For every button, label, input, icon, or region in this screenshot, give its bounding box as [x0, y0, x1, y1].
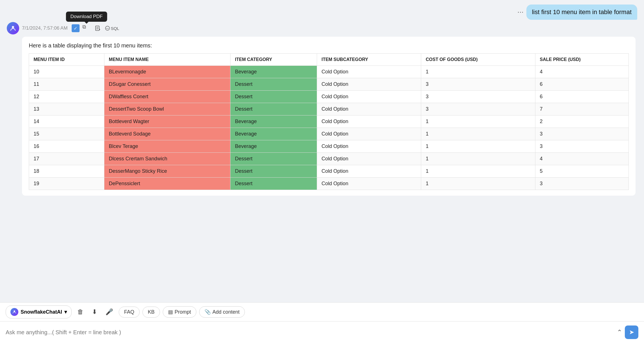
- cell-category: Dessert: [230, 165, 317, 178]
- table-row: 19DePenssiclertDessertCold Option13: [29, 178, 629, 190]
- chevron-down-icon: ▾: [64, 309, 67, 315]
- cell-category: Beverage: [230, 140, 317, 153]
- cell-subcategory: Cold Option: [317, 115, 421, 128]
- bot-actions: ✓ Download PDF ⧉ SQL SQL: [72, 24, 119, 32]
- cell-subcategory: Cold Option: [317, 78, 421, 91]
- cell-category: Beverage: [230, 128, 317, 140]
- cell-name: DWaffless Conert: [104, 91, 230, 103]
- bot-content: Here is a table displaying the first 10 …: [22, 37, 636, 196]
- bottom-toolbar: SnowflakeChatAI ▾ 🗑 ⬇ 🎤 FAQ KB ▤ Prompt …: [0, 302, 644, 321]
- col-header-name: MENU ITEM NAME: [104, 54, 230, 66]
- cell-price: 3: [535, 178, 628, 190]
- cell-subcategory: Cold Option: [317, 165, 421, 178]
- cell-price: 5: [535, 165, 628, 178]
- user-message-text: list first 10 menu item in table format: [532, 8, 632, 16]
- cell-cost: 3: [421, 91, 535, 103]
- svg-text:SQL: SQL: [106, 28, 109, 29]
- bot-header: 7/1/2024, 7:57:06 AM ✓ Download PDF ⧉ SQ…: [7, 22, 637, 34]
- cell-name: BLevermonagde: [104, 66, 230, 78]
- prompt-icon: ▤: [168, 309, 173, 315]
- chat-container: ⋯ list first 10 menu item in table forma…: [0, 0, 644, 302]
- download-tooltip-label: Download PDF: [66, 12, 107, 22]
- table-row: 10BLevermonagdeBeverageCold Option14: [29, 66, 629, 78]
- check-icon[interactable]: ✓: [72, 24, 80, 32]
- bot-message-row: 7/1/2024, 7:57:06 AM ✓ Download PDF ⧉ SQ…: [0, 22, 644, 198]
- sql-button[interactable]: SQL SQL: [105, 26, 119, 31]
- col-header-subcategory: ITEM SUBCATEGORY: [317, 54, 421, 66]
- table-row: 18DesserMango Sticky RiceDessertCold Opt…: [29, 165, 629, 178]
- cell-id: 10: [29, 66, 104, 78]
- cell-price: 6: [535, 78, 628, 91]
- cell-cost: 1: [421, 140, 535, 153]
- svg-point-4: [14, 311, 15, 312]
- paperclip-icon: 📎: [205, 309, 211, 315]
- kb-label: KB: [148, 309, 155, 315]
- cell-cost: 1: [421, 153, 535, 165]
- cell-name: DessertTwo Scoop Bowl: [104, 103, 230, 115]
- cell-subcategory: Cold Option: [317, 140, 421, 153]
- cell-price: 6: [535, 91, 628, 103]
- cell-price: 4: [535, 66, 628, 78]
- cell-cost: 3: [421, 78, 535, 91]
- table-header-row: MENU ITEM ID MENU ITEM NAME ITEM CATEGOR…: [29, 54, 629, 66]
- col-header-cost: COST OF GOODS (USD): [421, 54, 535, 66]
- cell-id: 16: [29, 140, 104, 153]
- table-row: 15Bottleverd SodageBeverageCold Option13: [29, 128, 629, 140]
- cell-subcategory: Cold Option: [317, 91, 421, 103]
- brand-avatar-icon: [10, 308, 18, 316]
- cell-id: 13: [29, 103, 104, 115]
- chat-input[interactable]: [6, 329, 614, 336]
- table-intro: Here is a table displaying the first 10 …: [29, 42, 629, 49]
- cell-category: Dessert: [230, 78, 317, 91]
- cell-name: Bottleverd Wagter: [104, 115, 230, 128]
- faq-label: FAQ: [124, 309, 134, 315]
- cell-price: 3: [535, 128, 628, 140]
- menu-items-table: MENU ITEM ID MENU ITEM NAME ITEM CATEGOR…: [29, 53, 629, 190]
- cell-cost: 1: [421, 165, 535, 178]
- delete-button[interactable]: 🗑: [74, 307, 86, 317]
- cell-price: 3: [535, 140, 628, 153]
- table-row: 16Blcev TerageBeverageCold Option13: [29, 140, 629, 153]
- cell-name: DSugar Conessert: [104, 78, 230, 91]
- cell-id: 15: [29, 128, 104, 140]
- cell-id: 17: [29, 153, 104, 165]
- table-row: 17Dlcess Crertam SandwichDessertCold Opt…: [29, 153, 629, 165]
- faq-button[interactable]: FAQ: [119, 307, 140, 318]
- cell-category: Dessert: [230, 153, 317, 165]
- download-button[interactable]: ⬇: [89, 307, 100, 317]
- add-content-label: Add content: [212, 309, 239, 315]
- add-content-button[interactable]: 📎 Add content: [199, 306, 245, 318]
- cell-name: Blcev Terage: [104, 140, 230, 153]
- bot-avatar: [7, 22, 19, 34]
- microphone-button[interactable]: 🎤: [103, 307, 116, 317]
- cell-price: 4: [535, 153, 628, 165]
- cell-cost: 1: [421, 66, 535, 78]
- prompt-button[interactable]: ▤ Prompt: [163, 306, 196, 318]
- collapse-button[interactable]: ⌃: [617, 329, 622, 336]
- kb-button[interactable]: KB: [142, 307, 160, 318]
- cell-category: Dessert: [230, 103, 317, 115]
- sql-label: SQL: [111, 26, 119, 31]
- more-options-button[interactable]: ⋯: [517, 8, 524, 16]
- cell-cost: 3: [421, 103, 535, 115]
- cell-name: DesserMango Sticky Rice: [104, 165, 230, 178]
- cell-subcategory: Cold Option: [317, 178, 421, 190]
- cell-category: Dessert: [230, 178, 317, 190]
- pdf-download-icon[interactable]: [94, 24, 102, 32]
- cell-subcategory: Cold Option: [317, 103, 421, 115]
- user-bubble: list first 10 menu item in table format: [526, 5, 637, 20]
- cell-category: Beverage: [230, 115, 317, 128]
- brand-button[interactable]: SnowflakeChatAI ▾: [6, 305, 72, 318]
- cell-id: 12: [29, 91, 104, 103]
- cell-subcategory: Cold Option: [317, 66, 421, 78]
- cell-id: 11: [29, 78, 104, 91]
- cell-name: Dlcess Crertam Sandwich: [104, 153, 230, 165]
- cell-name: DePenssiclert: [104, 178, 230, 190]
- download-pdf-button[interactable]: Download PDF ⧉: [82, 24, 91, 32]
- cell-cost: 1: [421, 115, 535, 128]
- send-button[interactable]: ➤: [625, 325, 638, 339]
- cell-id: 18: [29, 165, 104, 178]
- send-icon: ➤: [629, 329, 634, 336]
- cell-id: 19: [29, 178, 104, 190]
- cell-cost: 1: [421, 128, 535, 140]
